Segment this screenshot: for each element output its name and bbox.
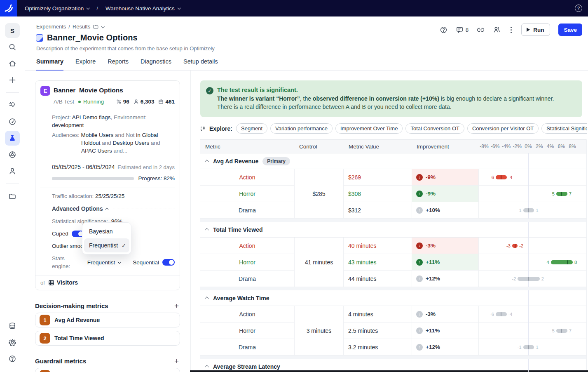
confidence-bar: 48 xyxy=(551,260,573,264)
data-icon[interactable] xyxy=(5,318,20,333)
chevron-down-icon[interactable] xyxy=(101,25,105,28)
add-decision-metric-button[interactable]: + xyxy=(173,303,180,309)
breadcrumb-experiments[interactable]: Experiments xyxy=(36,24,66,30)
group-header[interactable]: Total Time Viewed xyxy=(200,222,586,238)
metric-item-avg-ad-revenue[interactable]: 1 Avg Ad Revenue xyxy=(35,313,180,327)
progress-bar xyxy=(52,177,134,180)
comments-button[interactable]: 8 xyxy=(456,26,469,34)
check-icon: ✓ xyxy=(122,243,126,249)
save-button[interactable]: Save xyxy=(558,24,582,36)
folder-icon[interactable] xyxy=(93,24,99,30)
metric-group-avg-ad-revenue: Avg Ad Revenue Primary Action $285 $269 … xyxy=(200,153,586,219)
tab-explore[interactable]: Explore xyxy=(75,58,96,71)
date-range: 05/05/2025 - 06/05/2024 xyxy=(52,163,115,171)
stats-engine-dropdown-trigger[interactable]: Frequentist xyxy=(87,259,121,266)
org-switcher[interactable]: Optimizely Organization xyxy=(25,5,89,12)
chevron-down-icon xyxy=(118,260,121,264)
top-navigation-bar: Optimizely Organization / Warehouse Nati… xyxy=(0,0,588,16)
tab-diagnostics[interactable]: Diagnostics xyxy=(141,58,171,71)
rail-divider xyxy=(6,184,19,184)
tab-setup-details[interactable]: Setup details xyxy=(183,58,218,71)
settings-gear-icon[interactable] xyxy=(5,335,20,350)
support-icon[interactable] xyxy=(5,351,20,366)
gauge-icon[interactable] xyxy=(5,114,20,129)
search-icon[interactable] xyxy=(5,40,20,54)
more-options-icon[interactable] xyxy=(509,27,513,33)
metric-item-average-watch-time[interactable]: 3 Average Watch Time xyxy=(35,368,180,372)
chip-variation-performance[interactable]: Variation performance xyxy=(270,123,333,134)
collapse-chevron-icon xyxy=(205,228,209,232)
collapse-chevron-icon xyxy=(205,160,209,164)
metric-group-total-time-viewed: Total Time Viewed Action 41 minutes 40 m… xyxy=(200,222,586,287)
stats-engine-dropdown: Bayesian Frequentist✓ xyxy=(82,222,131,254)
run-button[interactable]: Run xyxy=(521,24,550,36)
metric-value: $312 xyxy=(344,202,412,219)
folder-icon[interactable] xyxy=(5,189,20,204)
estimated-end: Estimated end in 2 days xyxy=(117,163,175,171)
product-switcher[interactable]: Warehouse Native Analytics xyxy=(105,5,180,12)
dropdown-option-bayesian[interactable]: Bayesian xyxy=(84,224,129,238)
group-header[interactable]: Avg Ad Revenue Primary xyxy=(200,153,586,169)
metric-order-badge: 3 xyxy=(40,370,50,372)
create-icon[interactable] xyxy=(5,73,20,87)
group-header[interactable]: Average Watch Time xyxy=(200,290,586,306)
sequential-toggle[interactable] xyxy=(162,259,175,266)
arrow-down-badge-icon: ↓ xyxy=(416,243,423,249)
add-guardrail-metric-button[interactable]: + xyxy=(173,358,180,364)
chevron-down-icon xyxy=(87,6,90,9)
home-icon[interactable] xyxy=(5,56,20,71)
breadcrumb: Experiments / Results xyxy=(36,24,104,30)
help-icon[interactable]: ? xyxy=(575,5,582,12)
improvement-cell: ↑+11% xyxy=(412,323,478,339)
metric-order-badge: 1 xyxy=(40,315,50,325)
experiment-type: A/B Test xyxy=(54,99,74,105)
chip-statistical-significance-ot[interactable]: Statistical Significance OT xyxy=(541,123,587,134)
breadcrumb-results[interactable]: Results xyxy=(73,24,90,30)
comments-count: 8 xyxy=(466,27,469,33)
share-link-icon[interactable] xyxy=(477,26,485,34)
sparkle-icon xyxy=(200,125,207,132)
tab-summary[interactable]: Summary xyxy=(36,58,63,71)
divider xyxy=(40,109,175,109)
viewport-bottom-edge xyxy=(190,370,588,372)
confidence-bar: -6-4 xyxy=(496,312,507,316)
arrow-down-badge-icon: ↓ xyxy=(416,311,423,318)
arrow-up-badge-icon: ↑ xyxy=(416,191,423,197)
collaborators-icon[interactable] xyxy=(493,26,501,34)
rail-divider xyxy=(6,92,19,93)
tab-reports[interactable]: Reports xyxy=(108,58,129,71)
rollouts-icon[interactable] xyxy=(5,147,20,162)
metric-value: 3.2 minutes xyxy=(344,339,412,356)
visitors-unit[interactable]: Visitors xyxy=(48,279,78,286)
metric-value: 2.5 minutes xyxy=(344,323,412,339)
audience-icon[interactable] xyxy=(5,164,20,179)
metric-count-stat: 96 xyxy=(116,99,129,105)
advanced-options-toggle[interactable]: Advanced Options xyxy=(52,205,175,213)
confidence-bar-cell: -22 xyxy=(478,271,586,287)
title-row: Banner_Movie Options xyxy=(36,33,138,42)
improvement-cell: ↑+12% xyxy=(412,339,478,356)
chip-total-conversion-ot[interactable]: Total Conversion OT xyxy=(405,123,464,134)
divider xyxy=(40,159,175,159)
experiments-icon[interactable] xyxy=(5,131,20,146)
avatar[interactable]: S xyxy=(5,23,20,38)
col-header-control: Control xyxy=(294,144,344,150)
play-icon xyxy=(527,28,530,32)
chip-improvement-over-time[interactable]: Improvement Over Time xyxy=(335,123,403,134)
chip-conversion-per-visitor-ot[interactable]: Conversion per Visitor OT xyxy=(467,123,539,134)
table-header: Metric Control Metric Value Improvement … xyxy=(200,139,586,153)
dropdown-option-frequentist[interactable]: Frequentist✓ xyxy=(84,238,129,252)
optimizely-logo[interactable] xyxy=(0,0,17,16)
experiment-type-icon xyxy=(36,34,43,42)
explore-row: Explore: Segment Variation performance I… xyxy=(200,123,587,134)
metric-item-total-time-viewed[interactable]: 2 Total Time Viewed xyxy=(35,331,180,346)
chart-axis: -8% -6% -4% -2% 0% 2% 4% 6% 8% xyxy=(478,140,586,153)
variant-name: Drama xyxy=(200,202,294,219)
confidence-bar: 57 xyxy=(556,192,567,196)
control-value: 3 minutes xyxy=(294,306,344,356)
ideas-icon[interactable] xyxy=(5,98,20,113)
help-circle-icon[interactable] xyxy=(440,26,447,34)
chip-segment[interactable]: Segment xyxy=(236,123,267,134)
control-value: $285 xyxy=(294,169,344,219)
primary-pill: Primary xyxy=(262,157,290,165)
